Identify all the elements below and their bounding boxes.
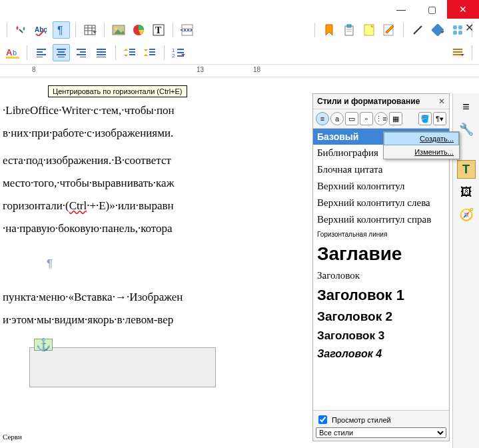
spellcheck-icon[interactable]: Abç xyxy=(33,21,50,39)
svg-rect-12 xyxy=(182,25,193,29)
textbox-insert-icon[interactable]: T xyxy=(150,21,167,39)
style-item[interactable]: Горизонтальная линия xyxy=(313,228,449,241)
status-text: Серви xyxy=(3,430,22,444)
horizontal-ruler[interactable]: 8 13 18 xyxy=(0,64,479,77)
properties-tab-icon[interactable]: ≡ xyxy=(457,97,476,116)
svg-rect-24 xyxy=(458,25,462,29)
pilcrow-mark: ¶ xyxy=(47,253,53,275)
table-styles-icon[interactable]: ▦ xyxy=(389,112,402,125)
svg-rect-16 xyxy=(347,25,351,27)
table-insert-icon[interactable] xyxy=(81,21,99,39)
svg-text:T: T xyxy=(155,25,162,35)
clipboard-icon[interactable] xyxy=(340,21,358,39)
page-break-icon[interactable] xyxy=(179,21,196,39)
svg-text:¶: ¶ xyxy=(57,25,63,36)
preview-checkbox[interactable]: Просмотр стилей xyxy=(316,413,446,426)
char-highlight-icon[interactable]: Ab xyxy=(4,44,21,61)
frame-styles-icon[interactable]: ▭ xyxy=(345,112,358,125)
decrease-spacing-icon[interactable] xyxy=(141,44,159,61)
svg-rect-25 xyxy=(453,31,457,35)
text-line: пункта·меню·«Вставка·→·Изображен xyxy=(3,287,313,308)
style-item-h3[interactable]: Заголовок 3 xyxy=(313,327,449,345)
find-replace-icon[interactable] xyxy=(13,21,30,39)
svg-rect-26 xyxy=(458,31,462,35)
ruler-tick: 18 xyxy=(253,66,260,73)
anchor-icon[interactable]: ⚓ xyxy=(34,339,53,351)
style-item[interactable]: Заголовок xyxy=(313,267,449,284)
text-line: и·этом·мы·видим·якорь·в·левом-вер xyxy=(3,309,313,331)
style-item-h2[interactable]: Заголовок 2 xyxy=(313,307,449,327)
line-spacing-icon[interactable]: 12 xyxy=(170,44,187,61)
gallery-tab-icon[interactable]: 🖼 xyxy=(457,183,476,201)
edit-note-icon[interactable] xyxy=(380,21,398,39)
preview-checkbox-label: Просмотр стилей xyxy=(332,416,391,424)
text-line: горизонтали·(Ctrl·+·E)»·или·выравн xyxy=(3,195,313,217)
close-button[interactable]: ✕ xyxy=(447,0,479,19)
svg-text:Abç: Abç xyxy=(35,26,47,33)
restore-button[interactable]: ▢ xyxy=(416,0,447,19)
styles-category-toolbar: ≡ a ▭ ▫ ⋮≡ ▦ 🪣 ¶▾ xyxy=(313,109,449,129)
styles-tab-icon[interactable]: T xyxy=(457,160,476,179)
tooltip: Центрировать по горизонтали (Ctrl+E) xyxy=(48,85,187,97)
increase-spacing-icon[interactable] xyxy=(121,44,139,61)
fill-format-icon[interactable]: 🪣 xyxy=(418,112,432,125)
style-item[interactable]: Верхний колонтитул слева xyxy=(313,195,449,211)
ctx-create[interactable]: Создать... xyxy=(384,132,459,145)
svg-rect-2 xyxy=(85,25,95,35)
text-line: ·на·правую·боковую·панель,·котора xyxy=(3,218,313,239)
text-line: еста·под·изображения.·В·соответст xyxy=(3,150,313,171)
svg-text:A: A xyxy=(6,47,13,57)
ruler-tick: 8 xyxy=(32,66,36,73)
ruler-tick: 13 xyxy=(197,66,204,73)
style-list[interactable]: Базовый Библиография Блочная цитата Верх… xyxy=(313,129,449,410)
style-item[interactable]: Блочная цитата xyxy=(313,161,449,178)
style-item-h1[interactable]: Заголовок 1 xyxy=(313,284,449,307)
character-styles-icon[interactable]: a xyxy=(330,112,344,125)
svg-rect-23 xyxy=(453,25,457,29)
navigator-tab-icon[interactable]: 🧭 xyxy=(457,205,476,224)
panel-title: Стили и форматирование xyxy=(317,97,420,106)
align-justify-icon[interactable] xyxy=(93,44,110,61)
chart-insert-icon[interactable] xyxy=(130,21,147,39)
svg-rect-29 xyxy=(6,57,19,59)
page-styles-icon[interactable]: ▫ xyxy=(360,112,373,125)
text-line: место·того,·чтобы·выравнивать·каж xyxy=(3,173,313,194)
para-bg-icon[interactable] xyxy=(449,44,466,61)
ctx-modify[interactable]: Изменить... xyxy=(384,145,459,159)
style-item[interactable]: Верхний колонтитул справ xyxy=(313,211,449,228)
style-item-title[interactable]: Заглавие xyxy=(313,241,449,267)
list-styles-icon[interactable]: ⋮≡ xyxy=(374,112,388,125)
preview-checkbox-input[interactable] xyxy=(318,415,327,424)
formatting-marks-icon[interactable]: ¶ xyxy=(53,21,70,39)
svg-text:b: b xyxy=(13,49,17,57)
context-menu: Создать... Изменить... xyxy=(383,131,460,159)
svg-point-8 xyxy=(115,27,117,30)
new-style-icon[interactable]: ¶▾ xyxy=(433,112,446,125)
svg-line-21 xyxy=(414,26,422,34)
text-line: ·LibreOffice·Writer·с·тем,·чтобы·пон xyxy=(3,100,313,121)
bookmark-icon[interactable] xyxy=(320,21,338,39)
align-center-icon[interactable] xyxy=(53,44,70,61)
minimize-button[interactable]: — xyxy=(386,0,416,19)
style-item[interactable]: Верхний колонтитул xyxy=(313,178,449,195)
svg-text:2: 2 xyxy=(172,53,175,58)
image-insert-icon[interactable] xyxy=(110,21,127,39)
svg-rect-60 xyxy=(452,48,463,57)
style-item-h4[interactable]: Заголовок 4 xyxy=(313,345,449,363)
align-right-icon[interactable] xyxy=(73,44,90,61)
svg-rect-13 xyxy=(182,31,193,35)
svg-rect-22 xyxy=(432,24,444,36)
note-icon[interactable] xyxy=(360,21,378,39)
text-line: в·них·при·работе·с·изображениями. xyxy=(3,123,313,144)
grid-icon[interactable] xyxy=(449,21,466,39)
align-left-icon[interactable] xyxy=(33,44,50,61)
formatting-toolbar: Ab 12 xyxy=(0,41,479,64)
panel-close-icon[interactable]: ✕ xyxy=(438,97,445,106)
shape-icon[interactable] xyxy=(429,21,446,39)
style-filter-select[interactable]: Все стили xyxy=(316,427,446,438)
document-area[interactable]: ·LibreOffice·Writer·с·тем,·чтобы·пон в·н… xyxy=(0,100,313,448)
paragraph-styles-icon[interactable]: ≡ xyxy=(316,112,329,125)
standard-toolbar: Abç ¶ T xyxy=(0,19,479,41)
line-icon[interactable] xyxy=(409,21,426,39)
image-frame[interactable]: ⚓ xyxy=(29,347,216,387)
